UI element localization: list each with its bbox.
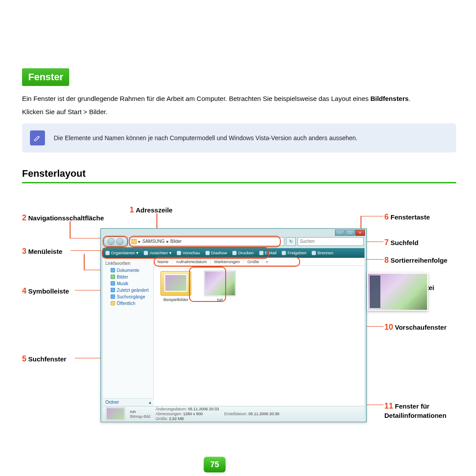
toolbar-item[interactable]: Freigeben xyxy=(282,250,306,255)
toolbar-item[interactable]: Vorschau xyxy=(177,250,200,255)
views-icon xyxy=(144,251,148,255)
diagram-area: 1Adresszeile 2Navigationsschaltfläche 3M… xyxy=(22,201,463,439)
toolbar-item[interactable]: Organisieren ▾ xyxy=(105,250,138,255)
explorer-window: – □ × ▸ SAMSUNG ▸ Bilder ↻ Suchen Organi… xyxy=(100,228,367,422)
window-control-buttons: – □ × xyxy=(335,230,365,236)
gear-icon xyxy=(105,251,110,255)
toolbar-item[interactable]: Diashow xyxy=(205,250,227,255)
nav-link-searches[interactable]: Suchvorgänge xyxy=(103,294,153,300)
callout-2: 2Navigationsschaltfläche xyxy=(22,213,104,223)
details-created: 05.11.2006 20:38 xyxy=(249,412,279,416)
burn-icon xyxy=(312,251,316,255)
address-bar[interactable]: ▸ SAMSUNG ▸ Bilder xyxy=(129,237,284,246)
nav-back-forward[interactable] xyxy=(104,237,127,246)
nav-pane-heading: Linkfavoriten xyxy=(103,260,153,267)
email-icon xyxy=(259,251,264,255)
folder-icon xyxy=(131,239,137,244)
content-pane: Name Aufnahmedatum Markierungen Größe » … xyxy=(154,258,364,406)
toolbar-item[interactable]: Ansichten ▾ xyxy=(144,250,171,255)
note-text: Die Elemente und Namen können je nach Co… xyxy=(54,134,357,141)
callout-10: 10Vorschaufenster xyxy=(384,323,446,332)
file-label: run xyxy=(217,297,223,302)
details-size-label: Größe: xyxy=(156,416,168,421)
nav-link-public[interactable]: Öffentlich xyxy=(103,300,153,307)
details-mod-label: Änderungsdatum: xyxy=(156,407,187,411)
pictures-icon xyxy=(111,275,115,279)
intro-text-c: . xyxy=(409,95,410,102)
maximize-button[interactable]: □ xyxy=(345,230,355,236)
folders-tree-header[interactable]: Ordner▴ xyxy=(103,398,154,406)
pencil-note-icon xyxy=(30,130,45,145)
callout-11: 11Fenster fürDetailinformationen xyxy=(384,401,464,420)
details-dim: 1280 x 800 xyxy=(183,412,203,416)
addr-sep2: ▸ xyxy=(167,239,169,244)
intro-paragraph: Ein Fenster ist der grundlegende Rahmen … xyxy=(22,94,456,104)
preview-pane-image xyxy=(367,273,428,311)
refresh-button[interactable]: ↻ xyxy=(286,237,296,246)
addr-seg2: Bilder xyxy=(171,239,182,244)
search-input[interactable]: Suchen xyxy=(298,237,364,246)
callout-6: 6Fenstertaste xyxy=(384,212,430,222)
section-header-badge: Fenster xyxy=(22,68,69,86)
search-icon xyxy=(111,294,115,299)
col-date[interactable]: Aufnahmedatum xyxy=(172,258,211,265)
details-thumbnail-icon xyxy=(106,408,125,420)
details-filetype: Bitmap-Bild xyxy=(130,414,150,419)
col-size[interactable]: Größe xyxy=(244,258,263,265)
intro-text-a: Ein Fenster ist der grundlegende Rahmen … xyxy=(22,95,370,102)
command-toolbar: Organisieren ▾ Ansichten ▾ Vorschau Dias… xyxy=(103,248,364,258)
public-folder-icon xyxy=(111,301,115,305)
address-row: ▸ SAMSUNG ▸ Bilder ↻ Suchen xyxy=(104,237,364,246)
details-created-label: Erstelldatum: xyxy=(224,412,248,416)
details-size: 2,92 MB xyxy=(169,416,184,421)
callout-4: 4Symbolleiste xyxy=(22,286,69,296)
callout-7: 7Suchfeld xyxy=(384,238,418,247)
folder-item[interactable]: Beispielbilder xyxy=(159,271,193,302)
callout-3: 3Menüleiste xyxy=(22,247,63,256)
toolbar-item[interactable]: Drucken xyxy=(232,250,253,255)
section-title: Fensterlayout xyxy=(22,168,456,183)
page-number-badge: 75 xyxy=(204,457,226,472)
image-thumbnail-icon xyxy=(205,271,235,296)
toolbar-item[interactable]: Brennen xyxy=(312,250,333,255)
instruction-pre: Klicken Sie auf xyxy=(22,108,67,115)
callout-8: 8Sortierreihenfolge xyxy=(384,256,447,265)
instruction-bold: Start > Bilder xyxy=(67,108,105,115)
intro-text-bold: Bildfensters xyxy=(370,95,409,102)
back-icon[interactable] xyxy=(108,238,115,245)
music-icon xyxy=(111,281,115,286)
col-more[interactable]: » xyxy=(263,259,271,264)
navigation-pane: Linkfavoriten Dokumente Bilder Musik Zul… xyxy=(103,258,154,406)
details-filename: run xyxy=(130,409,150,414)
nav-link-bilder[interactable]: Bilder xyxy=(103,274,153,280)
preview-sidebar-icon xyxy=(370,275,380,308)
print-icon xyxy=(232,251,237,255)
col-name[interactable]: Name xyxy=(154,258,172,265)
nav-link-dokumente[interactable]: Dokumente xyxy=(103,267,153,274)
instruction-text: Klicken Sie auf Start > Bilder. xyxy=(22,108,456,115)
details-pane: run Bitmap-Bild Änderungsdatum: 05.11.20… xyxy=(103,406,364,422)
nav-link-recent[interactable]: Zuletzt geändert xyxy=(103,287,153,294)
forward-icon[interactable] xyxy=(116,238,123,245)
file-item[interactable]: run xyxy=(203,271,237,302)
folder-label: Beispielbilder xyxy=(164,297,189,302)
close-button[interactable]: × xyxy=(355,230,365,236)
details-dim-label: Abmessungen: xyxy=(156,412,182,416)
nav-link-musik[interactable]: Musik xyxy=(103,280,153,287)
minimize-button[interactable]: – xyxy=(335,230,345,236)
toolbar-item[interactable]: E-Mail xyxy=(259,250,277,255)
slideshow-icon xyxy=(205,251,210,255)
preview-icon xyxy=(177,251,181,255)
column-headers: Name Aufnahmedatum Markierungen Größe » xyxy=(154,258,364,266)
items-area: Beispielbilder run xyxy=(154,266,364,307)
col-tags[interactable]: Markierungen xyxy=(211,258,244,265)
callout-1: 1Adresszeile xyxy=(130,205,172,215)
folder-thumbnail-icon xyxy=(160,271,191,296)
window-body: Linkfavoriten Dokumente Bilder Musik Zul… xyxy=(103,258,364,406)
document-icon xyxy=(111,268,115,272)
details-mod: 05.11.2006 20:33 xyxy=(188,407,219,411)
callout-5: 5Suchfenster xyxy=(22,354,67,364)
chevron-up-icon: ▴ xyxy=(149,400,151,405)
note-box: Die Elemente und Namen können je nach Co… xyxy=(22,123,456,152)
instruction-post: . xyxy=(106,108,108,115)
